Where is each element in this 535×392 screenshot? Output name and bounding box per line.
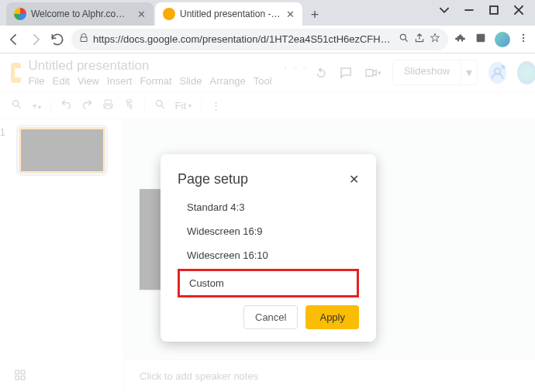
slide-thumbnail[interactable]: 1 (8, 127, 116, 174)
svg-point-7 (523, 40, 524, 41)
svg-rect-12 (16, 370, 19, 374)
doc-title[interactable]: Untitled presentation (29, 58, 272, 74)
new-tab-button[interactable]: + (304, 4, 326, 26)
apply-button[interactable]: Apply (305, 305, 359, 329)
menu-tool[interactable]: Tool (254, 75, 272, 87)
url-input[interactable]: https://docs.google.com/presentation/d/1… (71, 29, 448, 50)
svg-point-10 (156, 101, 162, 107)
star-icon[interactable] (430, 33, 440, 46)
move-icon[interactable] (293, 61, 296, 75)
page-setup-dialog: Page setup ✕ Standard 4:3 Widescreen 16:… (160, 154, 376, 342)
svg-rect-13 (21, 370, 25, 374)
extensions (454, 32, 529, 47)
slides-favicon-icon (163, 8, 175, 20)
option-standard[interactable]: Standard 4:3 (178, 195, 359, 219)
slide-number: 1 (0, 127, 5, 138)
toolbar: +▾ Fit▾ ⋮ ︿ (0, 91, 535, 119)
slideshow-dropdown[interactable]: ▾ (461, 60, 478, 85)
svg-point-5 (523, 33, 524, 35)
window-controls (428, 0, 535, 20)
tab-label: Welcome to Alphr.com - Google (31, 9, 133, 19)
back-button[interactable] (6, 32, 22, 47)
tab-slides[interactable]: Untitled presentation - Google S ✕ (155, 2, 302, 26)
extension-icon[interactable] (454, 32, 467, 47)
cloud-icon[interactable] (303, 61, 306, 75)
comment-icon[interactable] (339, 64, 353, 81)
search-icon[interactable] (11, 98, 22, 112)
option-widescreen-1610[interactable]: Widescreen 16:10 (178, 243, 359, 267)
browser-titlebar: Welcome to Alphr.com - Google ✕ Untitled… (0, 0, 535, 26)
speaker-notes[interactable]: Click to add speaker notes (124, 359, 535, 392)
dialog-title: Page setup (178, 171, 248, 187)
user-avatar[interactable] (517, 61, 535, 84)
grid-view-button[interactable] (14, 369, 26, 384)
reload-button[interactable] (50, 32, 65, 47)
url-text: https://docs.google.com/presentation/d/1… (93, 33, 394, 45)
star-icon[interactable] (284, 61, 287, 75)
filmstrip: 1 (0, 119, 124, 392)
chrome-favicon-icon (14, 8, 26, 20)
share-icon[interactable] (414, 33, 425, 46)
search-icon[interactable] (399, 33, 409, 46)
menu-edit[interactable]: Edit (53, 75, 70, 87)
svg-line-9 (18, 105, 20, 108)
svg-rect-15 (21, 376, 25, 380)
slides-logo-icon[interactable] (11, 63, 21, 83)
forward-button[interactable] (28, 32, 43, 47)
svg-line-3 (406, 40, 408, 42)
extension-icon[interactable] (475, 32, 487, 47)
redo-button[interactable] (81, 98, 93, 112)
aspect-ratio-dropdown: Standard 4:3 Widescreen 16:9 Widescreen … (178, 195, 359, 299)
slideshow-button[interactable]: Slideshow (392, 60, 461, 85)
option-custom[interactable]: Custom (178, 269, 359, 297)
menu-view[interactable]: View (78, 75, 99, 87)
chevron-down-icon[interactable] (439, 5, 450, 15)
svg-rect-1 (490, 6, 498, 14)
menu-slide[interactable]: Slide (180, 75, 202, 87)
svg-line-11 (161, 105, 164, 108)
zoom-icon[interactable] (154, 98, 166, 112)
present-camera-icon[interactable]: ▾ (364, 64, 381, 81)
address-bar: https://docs.google.com/presentation/d/1… (0, 26, 535, 53)
profile-avatar[interactable] (495, 32, 510, 47)
close-window-button[interactable] (513, 5, 524, 15)
zoom-select[interactable]: Fit▾ (175, 100, 192, 112)
minimize-button[interactable] (464, 5, 475, 15)
menu-insert[interactable]: Insert (107, 75, 133, 87)
menu-format[interactable]: Format (140, 75, 171, 87)
svg-rect-14 (16, 376, 19, 380)
paint-format-button[interactable] (123, 98, 135, 112)
share-button[interactable] (488, 62, 506, 84)
undo-history-icon[interactable] (314, 64, 328, 81)
kebab-menu-icon[interactable] (518, 33, 529, 46)
new-slide-button[interactable]: +▾ (32, 100, 41, 112)
undo-button[interactable] (60, 98, 72, 112)
menu-arrange[interactable]: Arrange (209, 75, 245, 87)
svg-rect-4 (477, 33, 485, 42)
tab-label: Untitled presentation - Google S (180, 9, 281, 19)
dialog-close-button[interactable]: ✕ (349, 172, 359, 187)
svg-point-8 (13, 101, 19, 107)
maximize-button[interactable] (488, 5, 499, 15)
svg-point-6 (523, 36, 524, 38)
close-icon[interactable]: ✕ (137, 9, 146, 20)
app-header: Untitled presentation File Edit View Ins… (0, 53, 535, 87)
option-widescreen-169[interactable]: Widescreen 16:9 (178, 219, 359, 243)
cancel-button[interactable]: Cancel (243, 305, 298, 329)
speaker-notes-placeholder: Click to add speaker notes (140, 370, 258, 382)
kebab-menu-icon[interactable]: ⋮ (211, 100, 221, 112)
print-button[interactable] (102, 98, 114, 112)
tab-alphr[interactable]: Welcome to Alphr.com - Google ✕ (6, 2, 154, 26)
svg-point-2 (400, 34, 406, 40)
lock-icon (79, 33, 88, 45)
menu-file[interactable]: File (29, 75, 45, 87)
menubar: File Edit View Insert Format Slide Arran… (29, 75, 272, 87)
close-icon[interactable]: ✕ (286, 9, 295, 20)
